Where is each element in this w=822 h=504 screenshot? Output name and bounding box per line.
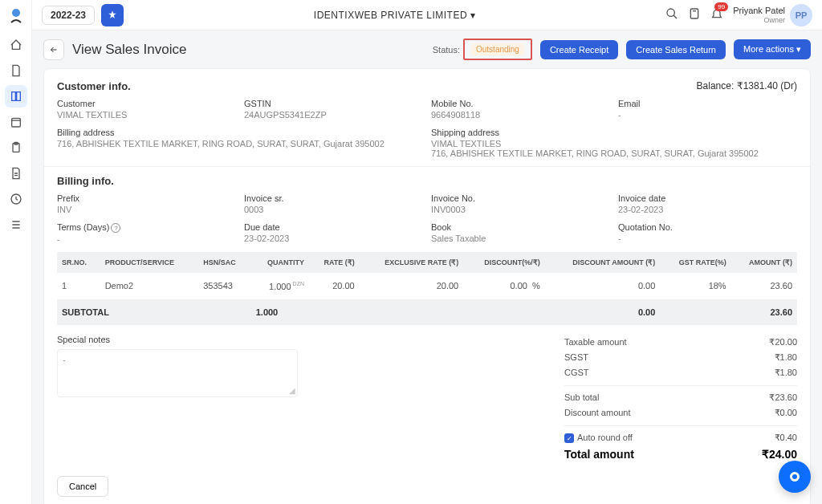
avatar: PP bbox=[790, 4, 812, 26]
notification-icon[interactable]: 99 bbox=[710, 7, 723, 22]
chat-fab[interactable] bbox=[779, 461, 811, 493]
help-icon[interactable]: ? bbox=[111, 223, 120, 233]
nav-home-icon[interactable] bbox=[5, 34, 27, 56]
user-name: Priyank Patel bbox=[733, 6, 785, 16]
shipping-addr-value: 716, ABHISHEK TEXTILE MARKET, RING ROAD,… bbox=[431, 148, 797, 158]
invoice-no-label: Invoice No. bbox=[431, 193, 610, 203]
discount-sum-value: ₹0.00 bbox=[775, 408, 797, 418]
hand-icon-button[interactable] bbox=[101, 4, 124, 26]
quotation-label: Quotation No. bbox=[618, 222, 797, 232]
billing-addr-value: 716, ABHISHEK TEXTILE MARKET, RING ROAD,… bbox=[57, 139, 423, 148]
col-amount: AMOUNT (₹) bbox=[731, 252, 797, 273]
col-disc-amt: DISCOUNT AMOUNT (₹) bbox=[545, 252, 661, 273]
terms-value: - bbox=[57, 234, 236, 244]
cgst-label: CGST bbox=[564, 368, 589, 378]
svg-point-5 bbox=[667, 9, 674, 16]
shipping-company: VIMAL TEXTILES bbox=[431, 139, 797, 148]
svg-rect-6 bbox=[691, 9, 698, 18]
mobile-value: 9664908118 bbox=[431, 110, 610, 120]
customer-value: VIMAL TEXTILES bbox=[57, 110, 236, 120]
user-menu[interactable]: Priyank Patel Owner PP bbox=[733, 4, 812, 26]
invoice-sr-label: Invoice sr. bbox=[244, 193, 423, 203]
col-hsn: HSN/SAC bbox=[198, 252, 250, 273]
invoice-no-value: INV0003 bbox=[431, 205, 610, 214]
due-date-value: 23-02-2023 bbox=[244, 234, 423, 243]
balance: Balance: ₹1381.40 (Dr) bbox=[697, 80, 797, 91]
sidebar bbox=[0, 0, 32, 504]
notes-label: Special notes bbox=[57, 335, 298, 344]
book-label: Book bbox=[431, 222, 610, 232]
svg-point-8 bbox=[792, 474, 797, 479]
discount-sum-label: Discount amount bbox=[564, 408, 631, 418]
more-actions-button[interactable]: More actions ▾ bbox=[734, 39, 811, 59]
nav-book-icon[interactable] bbox=[5, 85, 27, 108]
col-qty: QUANTITY bbox=[251, 252, 309, 273]
prefix-label: Prefix bbox=[57, 193, 236, 203]
nav-document-icon[interactable] bbox=[5, 59, 27, 82]
sgst-value: ₹1.80 bbox=[775, 352, 797, 363]
nav-clock-icon[interactable] bbox=[5, 188, 27, 210]
col-disc-pct: DISCOUNT(%/₹) bbox=[463, 252, 545, 273]
topbar: 2022-23 IDENTIXWEB PRIVATE LIMITED ▾ 99 … bbox=[32, 0, 822, 30]
customer-label: Customer bbox=[57, 99, 236, 108]
company-selector[interactable]: IDENTIXWEB PRIVATE LIMITED ▾ bbox=[130, 10, 659, 21]
nav-calendar-icon[interactable] bbox=[5, 111, 27, 133]
auto-round-checkbox[interactable]: ✓ bbox=[564, 433, 574, 443]
gstin-value: 24AUGPS5341E2ZP bbox=[244, 110, 423, 120]
invoice-date-label: Invoice date bbox=[618, 193, 797, 203]
billing-info-title: Billing info. bbox=[57, 175, 797, 187]
total-label: Total amount bbox=[564, 448, 634, 461]
notification-badge: 99 bbox=[714, 2, 728, 11]
subtotal-sum-label: Sub total bbox=[564, 392, 599, 403]
total-value: ₹24.00 bbox=[762, 448, 797, 461]
nav-file-icon[interactable] bbox=[5, 162, 27, 185]
prefix-value: INV bbox=[57, 205, 236, 214]
app-logo bbox=[5, 5, 27, 27]
terms-label: Terms (Days)? bbox=[57, 222, 236, 233]
book-value: Sales Taxable bbox=[431, 234, 610, 243]
svg-point-0 bbox=[12, 9, 20, 17]
create-receipt-button[interactable]: Create Receipt bbox=[540, 40, 618, 59]
nav-clipboard-icon[interactable] bbox=[5, 136, 27, 159]
sgst-label: SGST bbox=[564, 352, 588, 363]
col-gst: GST RATE(%) bbox=[660, 252, 730, 273]
subtotal-sum-value: ₹23.60 bbox=[769, 392, 797, 403]
create-sales-return-button[interactable]: Create Sales Return bbox=[626, 40, 726, 59]
table-row: 1 Demo2 353543 1.000DZN 20.00 20.00 0.00… bbox=[57, 273, 797, 299]
billing-addr-label: Billing address bbox=[57, 128, 423, 137]
taxable-label: Taxable amount bbox=[564, 337, 627, 348]
taxable-value: ₹20.00 bbox=[769, 337, 797, 348]
round-value: ₹0.40 bbox=[775, 433, 797, 444]
gstin-label: GSTIN bbox=[244, 99, 423, 108]
status-badge-highlight: Outstanding bbox=[463, 39, 532, 60]
due-date-label: Due date bbox=[244, 222, 423, 232]
resize-handle-icon[interactable]: ◢ bbox=[289, 386, 295, 395]
cancel-button[interactable]: Cancel bbox=[57, 476, 108, 497]
invoice-date-value: 23-02-2023 bbox=[618, 205, 797, 214]
email-label: Email bbox=[618, 99, 797, 108]
user-role: Owner bbox=[733, 16, 785, 25]
page-title: View Sales Invoice bbox=[72, 42, 425, 58]
year-select[interactable]: 2022-23 bbox=[42, 6, 95, 25]
quotation-value: - bbox=[618, 234, 797, 243]
cgst-value: ₹1.80 bbox=[775, 368, 797, 378]
calculator-icon[interactable] bbox=[688, 7, 701, 22]
round-label: Auto round off bbox=[577, 433, 633, 442]
col-product: PRODUCT/SERVICE bbox=[100, 252, 199, 273]
col-rate: RATE (₹) bbox=[309, 252, 360, 273]
nav-stack-icon[interactable] bbox=[5, 213, 27, 236]
email-value: - bbox=[618, 110, 797, 120]
status-value: Outstanding bbox=[471, 43, 524, 55]
shipping-addr-label: Shipping address bbox=[431, 128, 797, 137]
invoice-sr-value: 0003 bbox=[244, 205, 423, 214]
col-excl: EXCLUSIVE RATE (₹) bbox=[360, 252, 463, 273]
status-label: Status: Outstanding bbox=[433, 39, 532, 60]
svg-rect-1 bbox=[11, 118, 20, 127]
back-button[interactable] bbox=[43, 39, 64, 60]
items-table: SR.NO. PRODUCT/SERVICE HSN/SAC QUANTITY … bbox=[57, 252, 797, 325]
search-icon[interactable] bbox=[665, 7, 678, 22]
mobile-label: Mobile No. bbox=[431, 99, 610, 108]
notes-box: - ◢ bbox=[57, 349, 298, 397]
col-srno: SR.NO. bbox=[57, 252, 100, 273]
subtotal-row: SUBTOTAL 1.000 0.00 23.60 bbox=[57, 299, 797, 325]
